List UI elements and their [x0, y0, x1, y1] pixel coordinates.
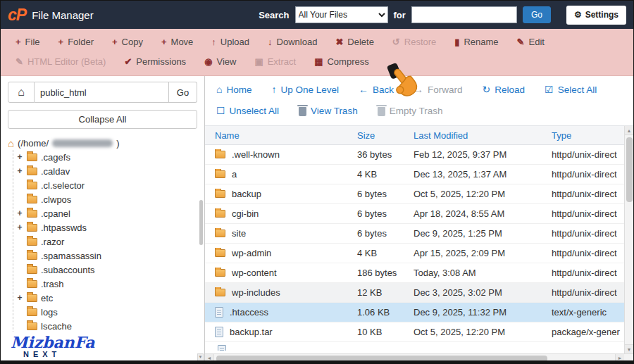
- toolbar-permissions-button[interactable]: ✔Permissions: [115, 56, 195, 67]
- table-row[interactable]: wp-content 186 bytes Today, 3:08 AM http…: [205, 263, 624, 283]
- toolbar-folder-button[interactable]: +Folder: [49, 37, 103, 47]
- expand-plus-icon[interactable]: +: [16, 293, 23, 303]
- expand-plus-icon[interactable]: +: [16, 166, 23, 176]
- table-row-partial[interactable]: [205, 342, 624, 351]
- table-row[interactable]: wp-includes 12 KB Dec 3, 2025, 3:02 PM h…: [205, 283, 624, 303]
- expand-plus-icon[interactable]: +: [16, 208, 23, 218]
- column-header-type[interactable]: Type: [549, 130, 624, 141]
- tree-item-spamassassin[interactable]: .spamassassin: [16, 249, 201, 263]
- toolbar-delete-button[interactable]: ✖Delete: [326, 37, 383, 47]
- file-size: 6 bytes: [354, 189, 411, 199]
- table-row[interactable]: backup.tar 10 KB Oct 5, 2025, 12:20 PM p…: [205, 322, 624, 342]
- folder-icon: [27, 280, 37, 288]
- toolbar-move-button[interactable]: +Move: [152, 37, 202, 47]
- toolbar-view-button[interactable]: ◉View: [195, 56, 245, 67]
- tree-item-root[interactable]: ⌂ (/home/ ): [8, 136, 201, 150]
- toolbar-copy-button[interactable]: +Copy: [103, 37, 152, 47]
- file-name: wp-admin: [232, 248, 271, 258]
- nav-reload-button[interactable]: ↻Reload: [483, 84, 526, 95]
- mizbanfa-logo: MizbanFa NEXT: [1, 332, 204, 363]
- sidebar-scrollbar[interactable]: ▼: [197, 130, 204, 351]
- table-row[interactable]: .well-known 36 bytes Feb 12, 2025, 9:37 …: [205, 145, 624, 165]
- toolbar-edit-button[interactable]: ✎Edit: [508, 37, 554, 47]
- settings-button[interactable]: ⚙ Settings: [566, 6, 626, 25]
- folder-plus-icon: +: [58, 37, 64, 47]
- nav-home-button[interactable]: ⌂Home: [216, 84, 251, 95]
- toolbar-row-1: +File +Folder +Copy +Move ↑Upload ↓Downl…: [6, 32, 628, 51]
- table-vertical-scrollbar[interactable]: ▲ ▼: [624, 126, 633, 353]
- expand-plus-icon[interactable]: +: [16, 152, 23, 162]
- toolbar-html-editor-button: ✎HTML Editor (Beta): [6, 56, 115, 67]
- file-manager-toolbar: +File +Folder +Copy +Move ↑Upload ↓Downl…: [1, 29, 633, 76]
- column-header-size[interactable]: Size: [354, 130, 411, 141]
- file-size: 1.06 KB: [354, 307, 411, 318]
- file-modified: Dec 13, 2025, 1:37 AM: [411, 169, 549, 180]
- tree-item-razor[interactable]: .razor: [16, 234, 201, 249]
- search-scope-select[interactable]: All Your Files: [295, 6, 388, 23]
- tree-item-htpasswds[interactable]: +.htpasswds: [16, 220, 201, 234]
- file-name: wp-content: [232, 268, 277, 278]
- settings-label: Settings: [585, 10, 619, 20]
- table-row[interactable]: site 6 bytes Dec 9, 2025, 1:25 PM httpd/…: [205, 224, 624, 244]
- file-modified: Dec 9, 2025, 1:25 PM: [411, 228, 549, 239]
- table-row[interactable]: wp-admin 4 KB Apr 15, 2025, 2:09 PM http…: [205, 244, 624, 263]
- tree-item-cpanel[interactable]: +.cpanel: [16, 206, 201, 220]
- column-header-last-modified[interactable]: Last Modified: [411, 130, 549, 141]
- view-eye-icon: ◉: [204, 56, 212, 67]
- toolbar-download-button[interactable]: ↓Download: [259, 37, 326, 47]
- folder-icon: [27, 182, 37, 189]
- expand-plus-icon[interactable]: +: [16, 222, 23, 232]
- move-icon: +: [161, 37, 167, 47]
- upload-icon: ↑: [211, 37, 216, 47]
- tree-item-trash[interactable]: .trash: [16, 277, 201, 291]
- path-input[interactable]: [35, 82, 169, 103]
- top-bar: cP File Manager Search All Your Files fo…: [1, 1, 633, 29]
- tree-item-subaccounts[interactable]: .subaccounts: [16, 263, 201, 277]
- edit-icon: ✎: [517, 37, 525, 47]
- tree-item-cl-selector[interactable]: .cl.selector: [16, 178, 201, 192]
- toolbar-rename-button[interactable]: ▮Rename: [445, 37, 507, 47]
- table-row[interactable]: a 4 KB Dec 13, 2025, 1:37 AM httpd/unix-…: [205, 165, 624, 184]
- nav-row-2: ☐Unselect All View Trash Empty Trash: [205, 100, 633, 121]
- file-size: 10 KB: [354, 327, 411, 337]
- table-row[interactable]: cgi-bin 6 bytes Apr 18, 2024, 8:55 AM ht…: [205, 204, 624, 224]
- download-icon: ↓: [268, 37, 273, 47]
- table-row[interactable]: backup 6 bytes Oct 5, 2025, 12:20 PM htt…: [205, 184, 624, 204]
- search-input[interactable]: [411, 6, 517, 23]
- nav-up-one-level-button[interactable]: ↑Up One Level: [271, 84, 339, 95]
- file-modified: Apr 15, 2025, 2:09 PM: [411, 248, 549, 258]
- file-modified: Dec 9, 2025, 11:32 PM: [411, 307, 549, 318]
- column-header-name[interactable]: Name: [205, 130, 354, 141]
- toolbar-upload-button[interactable]: ↑Upload: [202, 37, 259, 47]
- rename-icon: ▮: [454, 37, 459, 47]
- tree-item-clwpos[interactable]: .clwpos: [16, 192, 201, 206]
- tree-item-logs[interactable]: logs: [16, 305, 201, 319]
- path-go-button[interactable]: Go: [169, 82, 197, 103]
- folder-icon: [27, 210, 37, 218]
- search-go-button[interactable]: Go: [523, 6, 551, 23]
- tree-item-etc[interactable]: +etc: [16, 291, 201, 305]
- nav-back-button[interactable]: ←Back: [359, 84, 394, 95]
- nav-unselect-all-button[interactable]: ☐Unselect All: [216, 105, 279, 116]
- tree-item-lscache[interactable]: lscache: [16, 319, 201, 332]
- table-row-selected[interactable]: .htaccess 1.06 KB Dec 9, 2025, 11:32 PM …: [205, 303, 624, 322]
- scroll-up-arrow[interactable]: ▲: [625, 126, 633, 135]
- home-button[interactable]: ⌂: [8, 82, 35, 103]
- nav-view-trash-button[interactable]: View Trash: [299, 105, 358, 116]
- tree-item-cagefs[interactable]: +.cagefs: [16, 150, 201, 164]
- sidebar-scroll-thumb[interactable]: [199, 200, 203, 245]
- vertical-scroll-thumb[interactable]: [626, 137, 633, 202]
- file-name: .htaccess: [230, 307, 268, 318]
- scroll-down-arrow[interactable]: ▼: [625, 344, 633, 353]
- extract-icon: ▣: [254, 56, 263, 67]
- file-modified: Feb 12, 2025, 9:37 PM: [411, 149, 549, 160]
- nav-select-all-button[interactable]: ☑Select All: [545, 84, 597, 95]
- home-icon: ⌂: [216, 84, 222, 95]
- toolbar-file-button[interactable]: +File: [6, 37, 49, 47]
- tree-item-caldav[interactable]: +.caldav: [16, 164, 201, 178]
- folder-icon: [27, 252, 37, 260]
- collapse-all-button[interactable]: Collapse All: [8, 110, 197, 129]
- toolbar-compress-button[interactable]: ▦Compress: [305, 56, 378, 67]
- copy-icon: +: [112, 37, 118, 47]
- nav-forward-button: →Forward: [414, 84, 463, 95]
